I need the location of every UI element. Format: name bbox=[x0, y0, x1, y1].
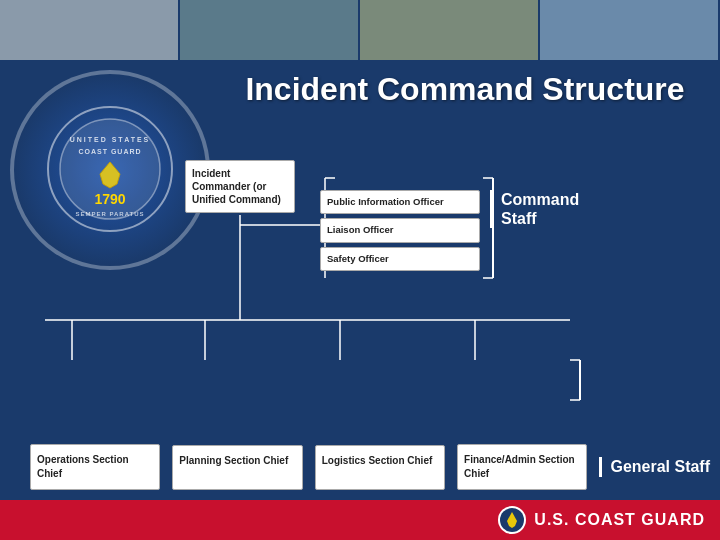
page-title: Incident Command Structure bbox=[220, 70, 710, 108]
svg-text:COAST GUARD: COAST GUARD bbox=[78, 148, 141, 155]
uscg-logo: U.S. COAST GUARD bbox=[498, 506, 705, 534]
general-staff-row: Operations Section Chief Planning Sectio… bbox=[30, 444, 710, 490]
logistics-section-chief-box: Logistics Section Chief bbox=[315, 445, 445, 490]
slide: UNITED STATES COAST GUARD 1790 SEMPER PA… bbox=[0, 0, 720, 540]
liaison-box: Liaison Officer bbox=[320, 218, 480, 242]
svg-text:UNITED STATES: UNITED STATES bbox=[70, 136, 151, 143]
command-staff-area: Public Information Officer Liaison Offic… bbox=[320, 190, 480, 275]
operations-section-chief-box: Operations Section Chief bbox=[30, 444, 160, 490]
ic-label: Incident Commander (or Unified Command) bbox=[192, 168, 281, 205]
content-area: UNITED STATES COAST GUARD 1790 SEMPER PA… bbox=[0, 60, 720, 540]
bottom-bar: U.S. COAST GUARD bbox=[0, 500, 720, 540]
uscg-text: U.S. COAST GUARD bbox=[534, 511, 705, 529]
org-chart: Incident Commander (or Unified Command) … bbox=[30, 160, 710, 490]
top-image-4 bbox=[540, 0, 720, 60]
uscg-small-emblem bbox=[498, 506, 526, 534]
incident-commander-box: Incident Commander (or Unified Command) bbox=[185, 160, 295, 213]
finance-section-chief-box: Finance/Admin Section Chief bbox=[457, 444, 587, 490]
top-image-3 bbox=[360, 0, 540, 60]
top-image-2 bbox=[180, 0, 360, 60]
top-image-strip bbox=[0, 0, 720, 60]
planning-section-chief-box: Planning Section Chief bbox=[172, 445, 302, 490]
pio-box: Public Information Officer bbox=[320, 190, 480, 214]
general-staff-label: General Staff bbox=[599, 457, 710, 476]
command-staff-label: Command Staff bbox=[490, 190, 600, 228]
top-image-1 bbox=[0, 0, 180, 60]
title-text: Incident Command Structure bbox=[245, 71, 684, 107]
safety-box: Safety Officer bbox=[320, 247, 480, 271]
